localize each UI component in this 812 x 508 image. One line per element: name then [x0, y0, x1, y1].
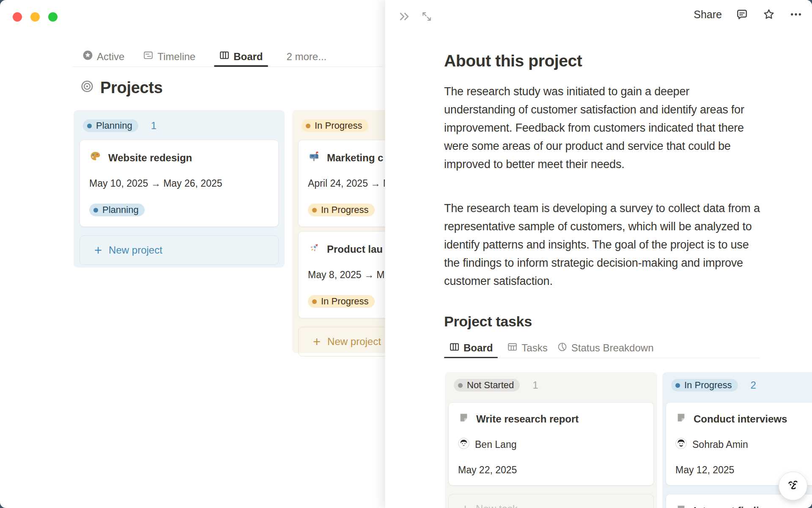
status-dot [675, 383, 680, 388]
card-date-range: May 10, 2025 → May 26, 2025 [89, 178, 269, 189]
new-project-button-planning[interactable]: + New project [80, 235, 279, 265]
page-title: Projects [100, 79, 163, 97]
avatar-sohrab-amin [675, 438, 687, 452]
table-icon [507, 342, 518, 355]
database-title: Projects [80, 79, 163, 97]
close-window-button[interactable] [13, 12, 22, 22]
tab-tasks-board[interactable]: Board [444, 338, 498, 358]
panel-toolbar-left [398, 10, 433, 23]
new-task-button[interactable]: + New task [448, 494, 654, 508]
tab-label: Status Breakdown [571, 342, 654, 354]
status-dot [306, 124, 310, 128]
panel-toolbar-right: Share [694, 8, 803, 21]
project-card-website-redesign[interactable]: Website redesign May 10, 2025 → May 26, … [80, 140, 279, 227]
status-dot [87, 124, 92, 128]
task-card-write-research-report[interactable]: Write research report Ben Lang May 22, 2… [448, 402, 654, 486]
expand-page-icon[interactable] [421, 11, 433, 22]
tab-more-views[interactable]: 2 more... [287, 47, 327, 66]
avatar-ben-lang [458, 438, 469, 452]
task-column-not-started: Not Started 1 Write research report Ben … [445, 372, 657, 508]
rocket-icon [308, 242, 320, 257]
card-title: Website redesign [108, 152, 192, 164]
status-dot [458, 383, 463, 388]
card-title: Write research report [476, 413, 579, 425]
mailbox-icon [308, 150, 320, 165]
target-icon [80, 79, 94, 97]
about-paragraph-1: The research study was initiated to gain… [444, 83, 762, 174]
card-status-tag: Planning [89, 204, 145, 216]
ai-face-icon [785, 477, 801, 495]
more-options-icon[interactable] [789, 8, 803, 21]
share-button[interactable]: Share [694, 8, 722, 21]
about-heading: About this project [444, 52, 582, 70]
card-title: Conduct interviews [694, 413, 787, 425]
database-view-tabs: Active Timeline Board 2 more... [72, 47, 383, 67]
card-title: Marketing c [327, 152, 383, 164]
column-header: Planning 1 [83, 119, 279, 132]
status-pill-in-progress[interactable]: In Progress [671, 379, 738, 392]
about-paragraph-2: The research team is developing a survey… [444, 199, 762, 290]
plus-icon: + [94, 244, 102, 257]
column-count: 1 [532, 379, 538, 391]
tab-timeline-view[interactable]: Timeline [143, 47, 195, 66]
status-pill-in-progress[interactable]: In Progress [302, 119, 368, 132]
tab-board-view[interactable]: Board [214, 47, 268, 66]
plus-icon: + [313, 335, 321, 348]
page-icon [675, 412, 687, 426]
window-controls [13, 12, 58, 22]
page-icon [675, 504, 687, 508]
timeline-icon [143, 50, 154, 63]
tasks-view-tabs: Board Tasks Status Breakdown [444, 338, 760, 358]
board-icon [219, 50, 230, 63]
tab-label: Tasks [521, 342, 547, 354]
card-status-tag: In Progress [308, 204, 375, 216]
status-pill-planning[interactable]: Planning [83, 119, 138, 132]
assignee-row: Sohrab Amin [675, 438, 810, 452]
column-count: 1 [151, 120, 156, 132]
side-peek-panel: Share About this project The research st… [385, 0, 812, 508]
card-date: May 22, 2025 [458, 464, 644, 476]
tab-active-view[interactable]: Active [82, 47, 124, 66]
card-title: Product lau [327, 243, 383, 255]
minimize-window-button[interactable] [30, 12, 40, 22]
plus-icon: + [461, 502, 469, 508]
column-header: In Progress 2 [671, 379, 812, 392]
tab-label: Active [97, 51, 124, 63]
board-column-planning: Planning 1 Website redesign May 10, 2025… [74, 110, 285, 268]
tab-label: 2 more... [287, 51, 327, 63]
assignee-name: Sohrab Amin [692, 439, 748, 450]
ai-assistant-button[interactable] [779, 472, 807, 500]
tab-label: Timeline [157, 51, 195, 63]
comments-icon[interactable] [735, 8, 749, 21]
assignee-name: Ben Lang [475, 439, 516, 450]
card-title: Interpret findings [694, 505, 777, 508]
status-pill-not-started[interactable]: Not Started [454, 379, 520, 392]
column-header: Not Started 1 [454, 379, 654, 392]
favorite-star-icon[interactable] [762, 8, 776, 21]
close-peek-icon[interactable] [398, 10, 411, 23]
tab-label: Board [233, 51, 263, 63]
page-icon [458, 412, 469, 426]
tab-label: Board [464, 342, 493, 354]
card-status-tag: In Progress [308, 295, 375, 308]
tab-tasks-table[interactable]: Tasks [507, 338, 547, 358]
board-icon [449, 342, 460, 355]
pie-chart-icon [557, 342, 568, 355]
zoom-window-button[interactable] [48, 12, 58, 22]
palette-icon [89, 150, 102, 165]
app-window: Active Timeline Board 2 more... Projects… [0, 0, 812, 508]
tab-status-breakdown[interactable]: Status Breakdown [557, 338, 654, 358]
column-count: 2 [751, 379, 756, 391]
assignee-row: Ben Lang [458, 438, 644, 452]
star-circle-icon [82, 50, 93, 63]
project-tasks-heading: Project tasks [444, 313, 532, 330]
